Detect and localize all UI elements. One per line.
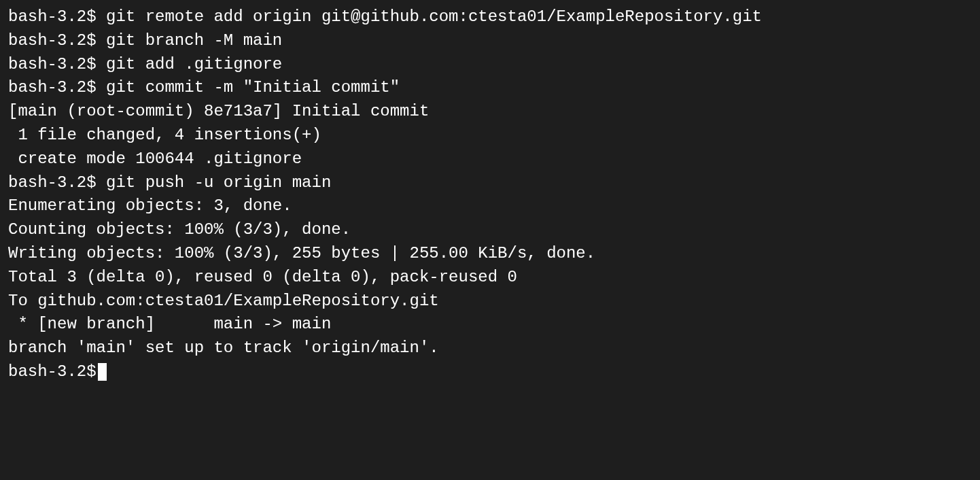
terminal-output-line: [main (root-commit) 8e713a7] Initial com… — [8, 100, 972, 124]
terminal-output-line: bash-3.2$ git commit -m "Initial commit" — [8, 76, 972, 100]
terminal-output-line: To github.com:ctesta01/ExampleRepository… — [8, 290, 972, 313]
terminal-prompt: bash-3.2$ — [8, 360, 97, 384]
terminal-output-line: 1 file changed, 4 insertions(+) — [8, 124, 972, 148]
terminal-output-line: Total 3 (delta 0), reused 0 (delta 0), p… — [8, 266, 972, 290]
terminal-output-line: bash-3.2$ git remote add origin git@gith… — [8, 5, 972, 29]
terminal-output-line: bash-3.2$ git add .gitignore — [8, 53, 972, 77]
terminal-output-line: create mode 100644 .gitignore — [8, 148, 972, 171]
terminal-output-line: bash-3.2$ git push -u origin main — [8, 171, 972, 195]
terminal-output-line: * [new branch] main -> main — [8, 313, 972, 337]
cursor-icon — [98, 363, 107, 381]
terminal-output-line: Enumerating objects: 3, done. — [8, 194, 972, 218]
terminal-output-line: Counting objects: 100% (3/3), done. — [8, 218, 972, 242]
terminal-output-line: branch 'main' set up to track 'origin/ma… — [8, 337, 972, 360]
terminal-window[interactable]: bash-3.2$ git remote add origin git@gith… — [8, 5, 972, 384]
terminal-prompt-line[interactable]: bash-3.2$ — [8, 360, 972, 384]
terminal-output-line: Writing objects: 100% (3/3), 255 bytes |… — [8, 242, 972, 266]
terminal-output-line: bash-3.2$ git branch -M main — [8, 29, 972, 53]
